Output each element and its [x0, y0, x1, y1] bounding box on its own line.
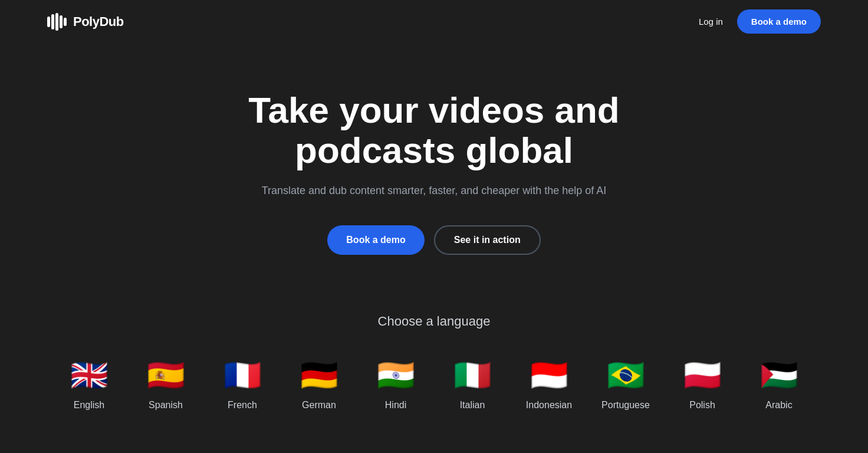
login-link[interactable]: Log in: [699, 17, 723, 27]
language-label-indonesian: Indonesian: [526, 400, 572, 411]
svg-rect-4: [64, 18, 67, 26]
svg-rect-0: [47, 17, 50, 27]
language-label-arabic: Arabic: [765, 400, 792, 411]
hero-section: Take your videos and podcasts global Tra…: [0, 43, 868, 290]
language-item-indonesian[interactable]: 🇮🇩Indonesian: [511, 357, 587, 411]
flag-arabic: 🇵🇸: [752, 357, 805, 393]
language-label-italian: Italian: [460, 400, 485, 411]
flag-indonesian: 🇮🇩: [522, 357, 576, 393]
language-label-polish: Polish: [689, 400, 715, 411]
flag-italian: 🇮🇹: [446, 357, 499, 393]
book-demo-nav-button[interactable]: Book a demo: [737, 9, 821, 34]
logo[interactable]: PolyDub: [47, 13, 124, 31]
language-item-german[interactable]: 🇩🇪German: [281, 357, 357, 411]
language-item-french[interactable]: 🇫🇷French: [204, 357, 281, 411]
language-section: Choose a language 🇬🇧English🇪🇸Spanish🇫🇷Fr…: [0, 290, 868, 446]
language-item-polish[interactable]: 🇵🇱Polish: [664, 357, 741, 411]
flag-hindi: 🇮🇳: [369, 357, 422, 393]
svg-rect-2: [55, 13, 58, 31]
language-label-french: French: [228, 400, 257, 411]
language-grid: 🇬🇧English🇪🇸Spanish🇫🇷French🇩🇪German🇮🇳Hind…: [51, 357, 817, 411]
language-heading: Choose a language: [378, 314, 491, 329]
language-item-english[interactable]: 🇬🇧English: [51, 357, 127, 411]
language-item-spanish[interactable]: 🇪🇸Spanish: [127, 357, 204, 411]
see-in-action-button[interactable]: See it in action: [434, 225, 541, 255]
navbar: PolyDub Log in Book a demo: [0, 0, 868, 43]
flag-portuguese: 🇧🇷: [599, 357, 652, 393]
svg-rect-1: [51, 14, 54, 29]
hero-buttons: Book a demo See it in action: [327, 225, 540, 255]
flag-german: 🇩🇪: [292, 357, 346, 393]
flag-french: 🇫🇷: [216, 357, 269, 393]
language-label-hindi: Hindi: [385, 400, 406, 411]
flag-polish: 🇵🇱: [676, 357, 729, 393]
hero-title: Take your videos and podcasts global: [169, 90, 699, 170]
language-label-german: German: [302, 400, 336, 411]
hero-subtitle: Translate and dub content smarter, faste…: [262, 185, 607, 197]
language-item-hindi[interactable]: 🇮🇳Hindi: [357, 357, 434, 411]
svg-rect-3: [60, 15, 63, 28]
logo-icon: [47, 13, 68, 31]
logo-text: PolyDub: [73, 14, 124, 29]
language-label-portuguese: Portuguese: [601, 400, 650, 411]
language-item-arabic[interactable]: 🇵🇸Arabic: [741, 357, 817, 411]
nav-actions: Log in Book a demo: [699, 9, 821, 34]
flag-spanish: 🇪🇸: [139, 357, 192, 393]
book-demo-hero-button[interactable]: Book a demo: [327, 225, 424, 255]
language-item-italian[interactable]: 🇮🇹Italian: [434, 357, 511, 411]
language-label-spanish: Spanish: [149, 400, 183, 411]
flag-english: 🇬🇧: [63, 357, 116, 393]
language-item-portuguese[interactable]: 🇧🇷Portuguese: [587, 357, 664, 411]
language-label-english: English: [74, 400, 104, 411]
